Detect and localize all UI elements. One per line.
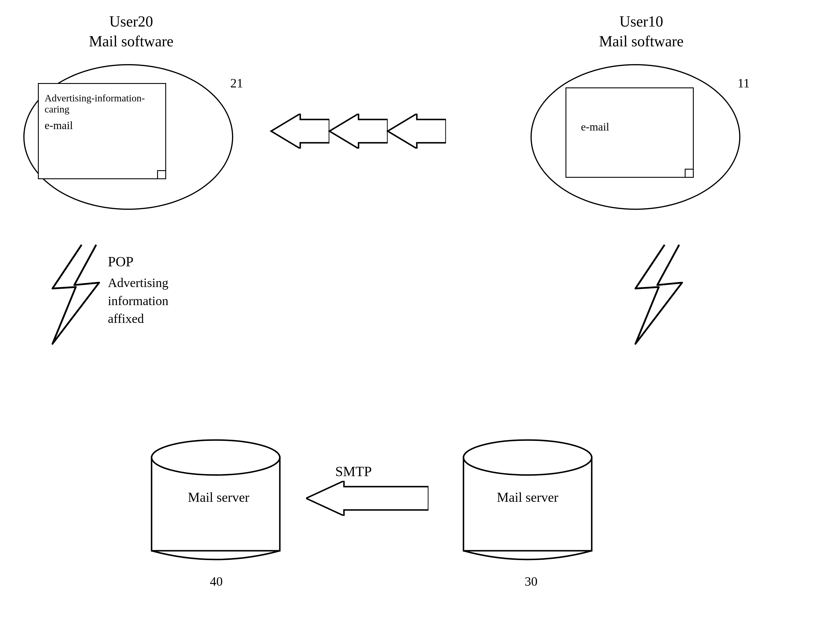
pop-label: POP [108,254,134,269]
ref-40: 40 [210,574,223,589]
user10-doc-corner [685,169,693,177]
mail-server-left-label: Mail server [163,490,274,505]
user10-doc-text: e-mail [581,120,609,133]
user10-label: User10 Mail software [568,12,714,51]
user20-doc-text1: Advertising-information-caring [44,93,165,115]
diagram: User20 Mail software Advertising-informa… [0,0,829,644]
svg-point-7 [463,440,592,475]
user20-label: User20 Mail software [58,12,204,51]
lightning-left [29,242,111,347]
smtp-label: SMTP [335,463,372,479]
svg-point-4 [151,440,280,475]
ref-30: 30 [525,574,537,589]
ref-11: 11 [738,76,750,91]
lightning-right [612,242,694,347]
mail-server-right-label: Mail server [472,490,583,505]
smtp-arrow [306,481,429,516]
user20-doc-text2: e-mail [44,119,73,132]
svg-marker-2 [388,113,446,149]
arrow-left [370,113,446,149]
user20-doc-corner [157,170,165,178]
advertising-label: Advertising information affixed [108,274,169,328]
ref-21: 21 [230,76,243,91]
svg-marker-5 [306,481,429,516]
user20-email-doc: Advertising-information-caring e-mail [38,83,166,179]
user10-email-doc: e-mail [566,87,694,178]
